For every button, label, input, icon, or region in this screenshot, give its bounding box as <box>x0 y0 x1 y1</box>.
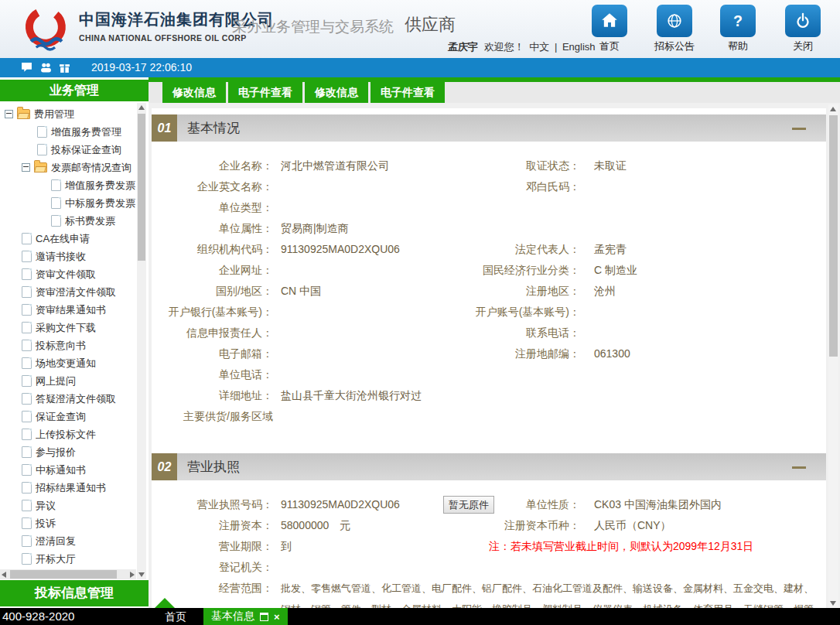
field-label: 取证状态： <box>441 155 580 176</box>
scrollbar-thumb[interactable] <box>829 115 838 357</box>
close-tab-icon[interactable]: × <box>274 611 280 623</box>
sidebar-item[interactable]: 中标服务费发票 <box>0 194 136 212</box>
nav-close[interactable]: 关闭 <box>775 5 831 53</box>
field-value: C 制造业 <box>594 260 637 281</box>
sidebar-item[interactable]: 增值服务费发票 <box>0 176 136 194</box>
help-icon[interactable]: ? <box>720 5 756 37</box>
lang-zh-link[interactable]: 中文 <box>529 41 549 53</box>
sidebar-item[interactable]: 投标保证金查询 <box>0 141 136 159</box>
expand-toggle-icon[interactable] <box>22 163 30 172</box>
sidebar-item[interactable]: 参与报价 <box>0 443 136 461</box>
collapse-icon[interactable] <box>792 128 806 130</box>
globe-icon[interactable] <box>657 5 692 37</box>
scroll-left-arrow[interactable] <box>2 572 6 578</box>
toolbar-tabs: 修改信息 电子件查看 修改信息 电子件查看 <box>149 82 840 103</box>
sidebar-item-label: 场地变更通知 <box>36 357 96 371</box>
sidebar-item[interactable]: 采购文件下载 <box>0 319 136 336</box>
sidebar-item-label: 采购文件下载 <box>36 321 96 335</box>
main-vertical-scrollbar[interactable] <box>828 104 838 608</box>
field-value: 到 <box>281 536 292 557</box>
field-label: 企业英文名称： <box>152 176 273 197</box>
footer-home-link[interactable]: 首页 <box>165 608 186 625</box>
form-row: 经营范围：批发、零售燃气管道、化工管道、电厂配件、铝厂配件、石油化工管道及配件、… <box>152 578 826 599</box>
sidebar-item[interactable]: 资审结果通知书 <box>0 301 136 319</box>
sidebar-item[interactable]: 投标意向书 <box>0 336 136 354</box>
message-icon[interactable] <box>21 62 32 73</box>
gift-icon[interactable] <box>59 62 70 73</box>
sidebar-item-label: 发票邮寄情况查询 <box>51 161 131 175</box>
scrollbar-thumb[interactable] <box>10 570 117 579</box>
sidebar-item[interactable]: 投诉 <box>0 514 136 532</box>
portal-name: 供应商 <box>405 13 456 36</box>
footer-tab-basic-info[interactable]: 基本信息 × <box>203 608 288 625</box>
hotline-phone: 400-928-2020 <box>2 608 74 625</box>
field-label: 登记机关： <box>152 557 273 578</box>
form-row: 开户银行(基本账号)：开户账号(基本账号)： <box>152 302 826 323</box>
sidebar-item[interactable]: 发票邮寄情况查询 <box>0 159 136 176</box>
sidebar-item-label: CA在线申请 <box>36 232 90 246</box>
sidebar-item[interactable]: 异议 <box>0 497 136 514</box>
field-value: 沧州 <box>594 281 616 302</box>
tab-eattachment-view-2[interactable]: 电子件查看 <box>370 82 445 103</box>
scroll-down-arrow[interactable] <box>138 572 145 577</box>
nav-home[interactable]: 首页 <box>582 5 637 53</box>
file-icon <box>51 197 61 209</box>
file-icon <box>22 429 32 440</box>
sidebar-item[interactable]: 中标通知书 <box>0 461 136 479</box>
sidebar-item[interactable]: 上传投标文件 <box>0 425 136 443</box>
field-label: 详细地址： <box>152 385 273 406</box>
sidebar-vertical-scrollbar[interactable] <box>137 103 146 579</box>
section-business-license-header: 02 营业执照 <box>152 453 826 480</box>
scroll-up-arrow[interactable] <box>138 105 145 110</box>
sidebar-item[interactable]: 澄清回复 <box>0 532 136 550</box>
sidebar-item[interactable]: 保证金查询 <box>0 408 136 425</box>
scrollbar-thumb[interactable] <box>138 114 145 261</box>
scroll-down-arrow[interactable] <box>830 601 836 606</box>
field-label: 单位属性： <box>152 218 273 239</box>
sidebar-section-business[interactable]: 业务管理 <box>0 80 149 101</box>
system-name: 采办业务管理与交易系统 <box>232 17 394 37</box>
restore-window-icon[interactable] <box>260 613 268 621</box>
nav-help[interactable]: ? 帮助 <box>710 5 766 53</box>
sidebar-horizontal-scrollbar[interactable] <box>0 569 136 579</box>
sidebar-item-label: 异议 <box>36 499 56 513</box>
file-icon <box>22 251 32 262</box>
form-row: 企业英文名称：邓白氏码： <box>152 176 826 197</box>
sidebar-item[interactable]: 网上提问 <box>0 372 136 390</box>
collapse-icon[interactable] <box>792 466 806 469</box>
file-icon <box>22 500 32 511</box>
power-icon[interactable] <box>785 5 821 37</box>
field-value: 河北中燃管道有限公司 <box>281 155 389 176</box>
sidebar-item[interactable]: 增值服务费管理 <box>0 123 136 141</box>
sidebar-section-bid-info[interactable]: 投标信息管理 <box>0 580 149 606</box>
field-value: 91130925MA0D2XQU06 <box>281 494 400 515</box>
sidebar-item-label: 招标结果通知书 <box>36 481 106 495</box>
tab-modify-info-2[interactable]: 修改信息 <box>305 82 368 103</box>
sidebar-item[interactable]: 资审文件领取 <box>0 265 136 283</box>
sidebar-item[interactable]: 邀请书接收 <box>0 248 136 265</box>
form-row: 信息申报责任人：联系电话： <box>152 323 826 343</box>
contacts-icon[interactable] <box>40 62 52 73</box>
section-title: 基本情况 <box>187 114 240 142</box>
file-icon <box>37 126 47 138</box>
field-value: 061300 <box>594 343 630 364</box>
field-value: CK03 中国海油集团外国内 <box>594 494 722 515</box>
sidebar-item[interactable]: 标书费发票 <box>0 212 136 230</box>
home-icon[interactable] <box>592 5 627 37</box>
nav-tender-announcements[interactable]: 招标公告 <box>647 5 702 53</box>
sidebar-item[interactable]: 开标大厅 <box>0 550 136 568</box>
expand-toggle-icon[interactable] <box>5 110 13 118</box>
scroll-right-arrow[interactable] <box>130 572 135 578</box>
sidebar-item[interactable]: 场地变更通知 <box>0 354 136 372</box>
tab-eattachment-view-1[interactable]: 电子件查看 <box>228 82 302 103</box>
sidebar-item[interactable]: 答疑澄清文件领取 <box>0 390 136 408</box>
sidebar-item[interactable]: 招标结果通知书 <box>0 479 136 497</box>
sidebar-item[interactable]: 资审澄清文件领取 <box>0 283 136 301</box>
sidebar-item-label: 资审文件领取 <box>36 268 96 282</box>
scroll-up-arrow[interactable] <box>830 107 836 111</box>
sidebar-item[interactable]: 费用管理 <box>0 105 136 123</box>
field-value: 贸易商|制造商 <box>281 218 349 239</box>
field-label: 注册地邮编： <box>441 343 580 364</box>
sidebar-item[interactable]: CA在线申请 <box>0 230 136 248</box>
tab-modify-info-1[interactable]: 修改信息 <box>162 82 226 103</box>
